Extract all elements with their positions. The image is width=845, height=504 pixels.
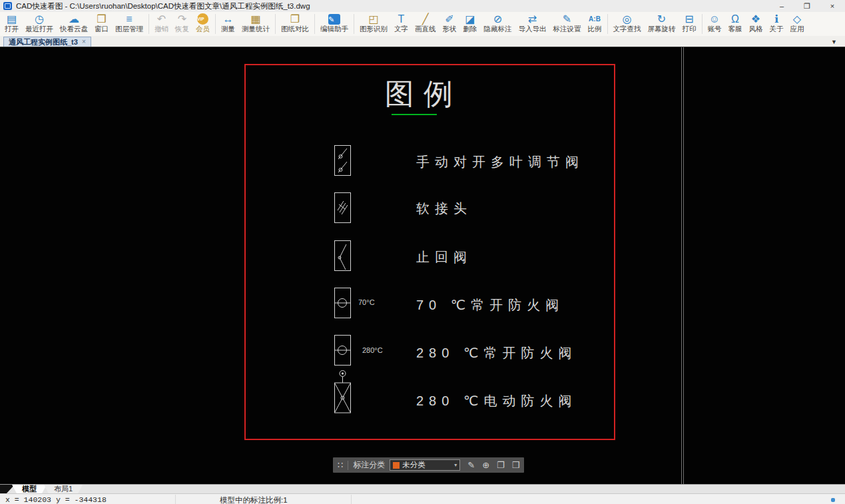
toolbar-icon: ↻ xyxy=(657,13,666,25)
recent-open-button[interactable]: ◷ 最近打开 xyxy=(22,13,57,33)
app-logo-icon xyxy=(3,2,12,10)
toolbar-icon: ☺ xyxy=(709,13,720,25)
legend-label-fire280: 280 ℃常开防火阀 xyxy=(416,344,577,362)
toolbar-label: 形状 xyxy=(443,25,457,33)
toolbar-icon: A:B xyxy=(589,13,601,25)
screen-rotate-button[interactable]: ↻ 屏幕旋转 xyxy=(645,13,679,33)
toolbar-icon: ⊘ xyxy=(493,13,502,25)
sheet-tab-label: 布局1 xyxy=(54,485,73,493)
drawing-canvas[interactable]: 图例 xyxy=(0,47,845,484)
toolbar-icon: T xyxy=(398,13,405,25)
toolbar-icon: ▤ xyxy=(7,13,17,25)
about-button[interactable]: ℹ 关于 xyxy=(766,13,787,33)
toolbar-icon: ℹ xyxy=(774,13,778,25)
vip-member-button[interactable]: VIP 会员 xyxy=(192,13,213,33)
hide-annotations-button[interactable]: ⊘ 隐藏标注 xyxy=(481,13,515,33)
text-button[interactable]: T 文字 xyxy=(391,13,412,33)
copy-annotation-icon[interactable]: ❐ xyxy=(497,461,505,469)
toolbar-label: 最近打开 xyxy=(25,25,53,33)
status-separator xyxy=(351,495,352,504)
sheet-border-line xyxy=(683,47,684,484)
maximize-button[interactable]: ❐ xyxy=(794,0,820,12)
toolbar-label: 文字查找 xyxy=(613,25,641,33)
toolbar-label: 打开 xyxy=(5,25,19,33)
toolbar-icon: ✐ xyxy=(445,13,453,25)
toolbar-icon: Ω xyxy=(731,13,739,25)
toolbar-icon: ⊟ xyxy=(685,13,693,25)
tab-close-icon[interactable]: × xyxy=(82,39,86,45)
toolbar-icon: ◇ xyxy=(793,13,801,25)
print-button[interactable]: ⊟ 打印 xyxy=(679,13,700,33)
collapse-toolbar-icon[interactable]: ▼ xyxy=(831,39,837,45)
toolbar-label: 图形识别 xyxy=(360,25,388,33)
annotation-grid-icon[interactable]: ∷ xyxy=(338,461,343,469)
toolbar-icon: ↶ xyxy=(157,13,166,25)
toolbar-label: 删除 xyxy=(463,25,477,33)
toolbar-icon: ↷ xyxy=(178,13,186,25)
close-button[interactable]: × xyxy=(820,0,845,12)
shape-recognition-button[interactable]: ◰ 图形识别 xyxy=(356,13,391,33)
category-color-swatch xyxy=(393,462,400,469)
style-button[interactable]: ❖ 风格 xyxy=(746,13,766,33)
cloud-drive-button[interactable]: ☁ 快看云盘 xyxy=(57,13,91,33)
scale-button[interactable]: A:B 比例 xyxy=(585,13,605,33)
move-annotation-icon[interactable]: ⊕ xyxy=(482,461,489,469)
toolbar-label: 图层管理 xyxy=(115,25,143,33)
toolbar-icon: ≡ xyxy=(126,13,132,25)
import-export-button[interactable]: ⇄ 导入导出 xyxy=(515,13,550,33)
status-separator xyxy=(175,495,176,504)
toolbar-icon: ⇄ xyxy=(528,13,537,25)
sheet-tab-layout1[interactable]: 布局1 xyxy=(44,485,83,493)
annotation-category-dropdown[interactable]: 未分类 ▾ xyxy=(390,459,460,471)
drawing-compare-button[interactable]: ❐ 图纸对比 xyxy=(278,13,312,33)
account-button[interactable]: ☺ 账号 xyxy=(704,13,725,33)
toolbar-label: 画直线 xyxy=(415,25,436,33)
apps-button[interactable]: ◇ 应用 xyxy=(787,13,808,33)
pd-badge-icon[interactable] xyxy=(831,498,835,502)
status-bar: x = 140203 y = -344318 模型中的标注比例:1 xyxy=(0,493,845,504)
measure-button[interactable]: ↔ 测量 xyxy=(218,13,238,33)
shapes-button[interactable]: ✐ 形状 xyxy=(439,13,460,33)
check-valve-symbol xyxy=(334,240,351,271)
toolbar-label: 编辑助手 xyxy=(320,25,348,33)
minimize-button[interactable]: – xyxy=(769,0,794,12)
toolbar-separator xyxy=(148,14,149,34)
toolbar-label: 撤销 xyxy=(154,25,168,33)
toolbar-label: 比例 xyxy=(588,25,602,33)
toolbar-label: 恢复 xyxy=(175,25,189,33)
toolbar-icon: ◎ xyxy=(623,13,632,25)
window-button[interactable]: ❒ 窗口 xyxy=(91,13,112,33)
toolbar-icon: ▦ xyxy=(250,13,260,25)
legend-title-underline xyxy=(392,114,437,115)
layer-manager-button[interactable]: ≡ 图层管理 xyxy=(112,13,146,33)
document-tab[interactable]: 通风工程实例图纸_t3 × xyxy=(3,37,91,47)
window-title: CAD快速看图 - C:\Users\ruohan\Desktop\CAD快速看… xyxy=(16,1,310,11)
support-button[interactable]: Ω 客服 xyxy=(725,13,746,33)
toolbar-label: 文字 xyxy=(394,25,408,33)
edit-annotation-icon[interactable]: ✎ xyxy=(467,461,475,469)
measure-stats-button[interactable]: ▦ 测量统计 xyxy=(238,13,273,33)
delete-button[interactable]: ◪ 删除 xyxy=(460,13,481,33)
paste-annotation-icon[interactable]: ❒ xyxy=(512,461,520,469)
dropdown-caret-icon: ▾ xyxy=(454,462,457,468)
annotation-category-bar: ∷ 标注分类 未分类 ▾ ✎ ⊕ ❐ ❒ xyxy=(333,457,524,473)
sheet-border-line xyxy=(681,47,682,484)
toolbar-icon: ╱ xyxy=(422,13,429,25)
fire-damper-280-symbol xyxy=(334,335,351,366)
text-search-button[interactable]: ◎ 文字查找 xyxy=(610,13,645,33)
redo-button[interactable]: ↷ 恢复 xyxy=(172,13,192,33)
toolbar-icon: ❐ xyxy=(290,13,300,25)
sheet-tab-model[interactable]: 模型 xyxy=(12,485,47,493)
undo-button[interactable]: ↶ 撤销 xyxy=(151,13,172,33)
document-tab-label: 通风工程实例图纸_t3 xyxy=(9,37,78,47)
toolbar-separator xyxy=(275,14,276,34)
draw-line-button[interactable]: ╱ 画直线 xyxy=(412,13,439,33)
toolbar-label: 测量 xyxy=(221,25,235,33)
sheet-tab-wedge xyxy=(0,485,15,493)
toolbar-separator xyxy=(702,14,703,34)
toolbar-label: 关于 xyxy=(770,25,784,33)
edit-assistant-button[interactable]: ✎ 编辑助手 xyxy=(317,13,352,33)
annotation-settings-button[interactable]: ✎ 标注设置 xyxy=(550,13,585,33)
sheet-tab-bar: 模型 布局1 xyxy=(0,484,845,493)
open-button[interactable]: ▤ 打开 xyxy=(1,13,22,33)
